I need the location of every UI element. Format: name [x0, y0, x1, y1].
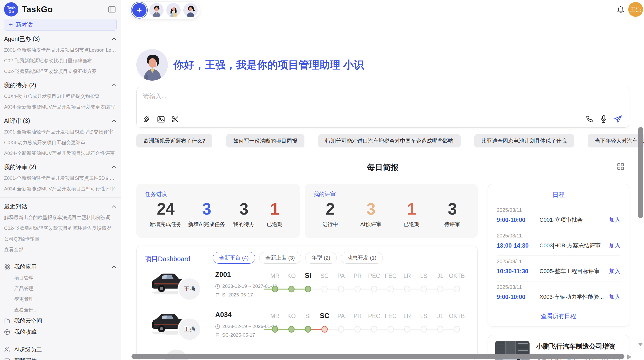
stat-card-title: 任务进度 [145, 190, 291, 198]
sidebar-item[interactable]: C0X4-动力总成开发项目SI里程碑提交物检查 [4, 91, 117, 102]
suggestion-chip[interactable]: 欧洲新规最近颁布了什么? [136, 134, 212, 147]
svg-text:MR: MR [270, 313, 280, 319]
sidebar-tool-label: 帮我写作 [14, 357, 37, 360]
dashboard-filter-chip[interactable]: 全新上装 (3) [259, 252, 301, 264]
sidebar-star-link[interactable]: 我的收藏 [4, 326, 117, 338]
sidebar-item[interactable]: C0X4-动力总成开发项目工程变更评审 [4, 137, 117, 148]
suggestion-chip[interactable]: 当下年轻人对汽车外观有怎样的喜好趋势 [588, 134, 644, 147]
sidebar-divider [0, 197, 121, 198]
sidebar-item[interactable]: Z001-全新燃油皮卡产品开发项目SI节点Lesson Learn报告 [4, 45, 117, 55]
greeting: 你好，王强，我是你的项目管理助理 小识 [136, 49, 364, 81]
sidebar-section-title: Agent已办 (3) [4, 35, 40, 43]
svg-text:LS: LS [420, 313, 427, 319]
horizontal-scrollbar[interactable] [131, 354, 624, 359]
svg-text:PR: PR [354, 313, 362, 319]
svg-text:PR: PR [354, 273, 362, 279]
project-dashboard-card: 项目Dashboard 全新平台 (4)全新上装 (3)年型 (2)动总开发 (… [136, 246, 478, 360]
project-code[interactable]: A034 [215, 311, 232, 319]
vertical-scrollbar[interactable] [638, 127, 643, 218]
schedule-entry: 2025/03/1110:30-11:30C005-整车工程目标评审加入 [497, 256, 620, 281]
join-meeting-link[interactable]: 加入 [609, 293, 620, 301]
sidebar-section-title: 我的待办 (2) [4, 81, 36, 89]
schedule-entry: 2025/03/119:00-10:00X003-车辆动力学性能验...加入 [497, 281, 620, 307]
stat-column: 3我的待办 [232, 201, 256, 228]
join-meeting-link[interactable]: 加入 [609, 216, 620, 224]
sidebar-section-header[interactable]: 我的待办 (2) [4, 79, 117, 91]
collapse-sidebar-icon[interactable] [107, 5, 117, 14]
recent-chats-more[interactable]: 查看全部... [4, 244, 117, 255]
user-avatar[interactable]: 王强 [628, 2, 643, 17]
recent-chat-item[interactable]: 公司Q3轻卡销量 [4, 234, 117, 244]
message-composer[interactable]: 请输入... [136, 87, 629, 128]
stat-label: 已逾期 [262, 221, 287, 228]
app-item[interactable]: 项目管理 [4, 273, 117, 283]
sidebar-tool-write[interactable]: 帮我写作 [4, 355, 117, 360]
app-item[interactable]: 产品管理 [4, 283, 117, 294]
stat-value: 1 [262, 201, 287, 218]
microphone-icon[interactable] [600, 115, 607, 123]
new-chat-button[interactable]: + 新对话 [4, 19, 117, 31]
my-apps-header[interactable]: 我的应用 [4, 261, 117, 273]
dashboard-filter-chip[interactable]: 动总开发 (1) [341, 252, 383, 264]
suggestion-chips: 欧洲新规最近颁布了什么?如何写一份清晰的项目周报特朗普可能对进口汽车增税会对中国… [136, 134, 644, 147]
recent-chats-header[interactable]: 最近对话 [4, 201, 117, 212]
task-progress-card: 任务进度24新增完成任务3新增AI完成任务3我的待办1已逾期 [136, 184, 300, 238]
join-meeting-link[interactable]: 加入 [609, 242, 620, 249]
add-assistant-button[interactable]: + [132, 3, 147, 17]
sidebar-item[interactable]: C02-飞腾新能源轻客改款项目立项汇报方案 [4, 66, 117, 77]
attachment-icon[interactable] [143, 115, 151, 123]
app-item[interactable]: 变更管理 [4, 294, 117, 305]
stat-value: 24 [150, 201, 182, 218]
sidebar-tool-users[interactable]: AI超级员工 [4, 344, 117, 355]
scroll-right-arrow[interactable] [627, 354, 632, 359]
dashboard-filter-chip[interactable]: 全新平台 (4) [213, 252, 255, 264]
svg-text:OKTB: OKTB [449, 313, 465, 319]
project-owner-badge: 王强 [179, 278, 200, 300]
suggestion-chip[interactable]: 特朗普可能对进口汽车增税会对中国车企造成哪些影响 [318, 134, 461, 147]
stat-label: AI预评审 [359, 221, 383, 228]
schedule-card: 日程 2025/03/119:00-10:00C001-立项审批会加入2025/… [488, 184, 629, 326]
sidebar-item[interactable]: C02-飞腾新能源轻客改款项目里程碑画布 [4, 55, 117, 66]
stat-value: 3 [188, 201, 225, 218]
svg-text:J1: J1 [437, 313, 443, 319]
sidebar-item[interactable]: Z001-全新燃油轻卡产品开发项目SI造型提交物评审 [4, 127, 117, 137]
recent-chat-item[interactable]: 解释最新出台的欧盟报废车法规再生塑料比例被调至15%... [4, 212, 117, 223]
sidebar-folder-link[interactable]: 我的云空间 [4, 315, 117, 326]
assistant-avatar-2[interactable] [166, 3, 181, 17]
svg-text:OKTB: OKTB [449, 273, 465, 279]
apps-more[interactable]: 查看全部... [4, 305, 117, 315]
scroll-down-arrow[interactable] [638, 343, 643, 346]
send-icon[interactable] [614, 115, 622, 123]
view-all-schedule-link[interactable]: 查看所有日程 [497, 312, 620, 320]
assistant-avatar-3[interactable] [183, 3, 198, 17]
recent-chat-item[interactable]: C02-飞腾新能源轻客改款项目的闭环通告反馈情况 [4, 223, 117, 234]
sidebar-section-header[interactable]: 我的评审 (2) [4, 161, 117, 173]
sidebar-item[interactable]: A034-全新新能源MUV产品开发项目法规符合性评审 [4, 148, 117, 159]
stat-value: 1 [399, 201, 424, 218]
voice-call-icon[interactable] [586, 115, 593, 123]
schedule-entry: 2025/03/119:00-10:00C001-立项审批会加入 [497, 204, 620, 230]
image-icon[interactable] [157, 115, 165, 123]
notification-bell-icon[interactable] [617, 6, 625, 14]
briefing-layout-icon[interactable] [617, 163, 624, 170]
stat-label: 我的待办 [232, 221, 256, 228]
sidebar-item[interactable]: Z001-全新燃油轻卡产品开发项目SI节点属性5D文件评审 [4, 173, 117, 184]
suggestion-chip[interactable]: 比亚迪全固态电池计划具体说了什么 [474, 134, 574, 147]
join-meeting-link[interactable]: 加入 [609, 267, 620, 275]
sidebar-divider [0, 258, 121, 258]
stat-column: 1已逾期 [262, 201, 287, 228]
project-code[interactable]: Z001 [215, 271, 231, 279]
stat-column: 2进行中 [318, 201, 342, 228]
dashboard-filter-chip[interactable]: 年型 (2) [305, 252, 337, 264]
sidebar-section-header[interactable]: AI评审 (3) [4, 115, 117, 127]
assistant-avatar-1[interactable] [149, 3, 164, 17]
stat-column: 24新增完成任务 [150, 201, 182, 228]
sidebar-item[interactable]: A034-全新新能源MUV产品开发项目计划变更表编写 [4, 102, 117, 112]
stat-label: 进行中 [318, 221, 342, 228]
project-row: 王强Z0012023-12-19 ~ 2027-01-19SI-2025-05-… [137, 267, 478, 307]
scissors-icon[interactable] [171, 115, 179, 123]
svg-text:J1: J1 [437, 273, 443, 279]
suggestion-chip[interactable]: 如何写一份清晰的项目周报 [226, 134, 304, 147]
sidebar-section-header[interactable]: Agent已办 (3) [4, 33, 117, 45]
sidebar-item[interactable]: A034-全新新能源MUV产品开发项目造型可行性评审 [4, 184, 117, 194]
